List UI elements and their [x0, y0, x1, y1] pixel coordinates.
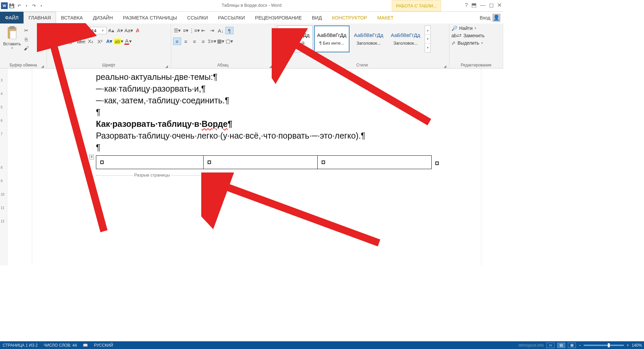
- doc-line: ¶: [96, 142, 438, 153]
- font-size-combo[interactable]: ▾: [90, 27, 107, 34]
- clipboard-dialog-launcher[interactable]: ◢: [41, 64, 44, 68]
- tab-review[interactable]: РЕЦЕНЗИРОВАНИЕ: [250, 12, 307, 23]
- tab-insert[interactable]: ВСТАВКА: [56, 12, 88, 23]
- avatar-icon[interactable]: 👤: [492, 14, 500, 22]
- document-title: Таблицы в Ворде.docx - Word: [222, 3, 281, 8]
- doc-line: ─·как,·затем,·таблицу·соединить.¶: [96, 95, 438, 106]
- svg-rect-2: [10, 31, 16, 39]
- paste-label: Вставить: [2, 42, 22, 46]
- restore-icon[interactable]: ◻: [489, 2, 494, 9]
- select-button[interactable]: ⬀Выделить▾: [451, 40, 485, 46]
- page-break-indicator: Разрыв страницы ¶: [96, 170, 438, 180]
- styles-dialog-launcher[interactable]: ◢: [444, 64, 446, 68]
- paragraph-dialog-launcher[interactable]: ◢: [269, 64, 272, 68]
- table-cell[interactable]: ¤: [96, 156, 204, 169]
- tab-mailings[interactable]: РАССЫЛКИ: [213, 12, 250, 23]
- font-dialog-launcher[interactable]: ◢: [165, 64, 168, 68]
- align-right-icon[interactable]: ≡: [191, 38, 199, 45]
- document-table[interactable]: ¤ ¤ ¤: [96, 155, 432, 169]
- save-icon[interactable]: 💾: [8, 2, 15, 9]
- row-end-mark: ¤: [435, 157, 439, 169]
- document-body[interactable]: реально·актуальны·две·темы:¶ ─·как·табли…: [96, 71, 438, 180]
- table-row[interactable]: ¤ ¤ ¤: [96, 156, 432, 169]
- align-center-icon[interactable]: ≡: [182, 38, 190, 45]
- decrease-indent-icon[interactable]: ⇤: [199, 27, 207, 34]
- tab-home[interactable]: ГЛАВНАЯ: [23, 12, 56, 23]
- doc-line: ─·как·таблицу·разорвать·и,¶: [96, 83, 438, 95]
- font-group-label: Шрифт: [102, 63, 115, 67]
- sort-icon[interactable]: A↓: [217, 27, 225, 34]
- shading-icon[interactable]: ▦▾: [217, 38, 225, 45]
- style-heading1[interactable]: АаБбВвГгДд Заголовок...: [351, 26, 386, 52]
- subscript-icon[interactable]: X₂: [87, 38, 95, 45]
- qat-customize-icon[interactable]: ▾: [38, 2, 45, 9]
- table-cell[interactable]: ¤: [318, 156, 432, 169]
- italic-icon[interactable]: К: [58, 38, 66, 45]
- paste-button[interactable]: Вставить ▾: [2, 25, 22, 63]
- doc-heading: Как·разорвать·таблицу·в·Ворде¶: [96, 118, 438, 130]
- cursor-icon: ⬀: [451, 40, 455, 46]
- clipboard-group-label: Буфер обмена: [10, 63, 37, 67]
- strikethrough-icon[interactable]: abe: [77, 38, 85, 45]
- tab-file[interactable]: ФАЙЛ: [0, 12, 23, 23]
- increase-font-icon[interactable]: A▴: [107, 27, 115, 34]
- justify-icon[interactable]: ≡: [199, 38, 207, 45]
- format-painter-icon[interactable]: 🖌: [22, 44, 30, 52]
- increase-indent-icon[interactable]: ⇥: [208, 27, 216, 34]
- tab-references[interactable]: ССЫЛКИ: [182, 12, 213, 23]
- line-spacing-icon[interactable]: ‡≡▾: [208, 38, 216, 45]
- table-cell[interactable]: ¤: [204, 156, 318, 169]
- borders-icon[interactable]: ▢▾: [225, 38, 233, 45]
- doc-line: Разорвать·таблицу·очень·легко·(у·нас·всё…: [96, 130, 438, 142]
- styles-group-label: Стили: [356, 63, 368, 67]
- tab-page-layout[interactable]: РАЗМЕТКА СТРАНИЦЫ: [118, 12, 182, 23]
- numbering-icon[interactable]: ≡▾: [182, 27, 190, 34]
- font-color-icon[interactable]: A▾: [124, 38, 132, 45]
- replace-icon: ab⮂: [451, 33, 462, 38]
- editing-group-label: Редактирование: [461, 63, 491, 67]
- superscript-icon[interactable]: X²: [96, 38, 104, 45]
- paragraph-group-label: Абзац: [217, 63, 229, 67]
- tab-view[interactable]: ВИД: [307, 12, 327, 23]
- copy-icon[interactable]: ⎘: [22, 36, 30, 43]
- style-heading2[interactable]: АаБбВвГгДд Заголовок...: [388, 26, 423, 52]
- table-tools-context: РАБОТА С ТАБЛИ...: [392, 0, 441, 11]
- clear-formatting-icon[interactable]: A̷: [133, 27, 142, 34]
- style-no-spacing[interactable]: АаБбВвГгДд ¶ Без инте...: [314, 26, 350, 52]
- undo-dropdown-icon[interactable]: ▾: [23, 2, 30, 9]
- find-button[interactable]: 🔎Найти▾: [451, 26, 485, 31]
- tab-table-layout[interactable]: МАКЕТ: [372, 12, 399, 23]
- multilevel-list-icon[interactable]: ⋮≡▾: [191, 27, 199, 34]
- vertical-ruler[interactable]: 3 4 5 6 7 8 9 10 11 12: [0, 68, 7, 265]
- change-case-icon[interactable]: Aa▾: [125, 27, 133, 34]
- underline-icon[interactable]: Ч▾: [68, 38, 76, 45]
- styles-gallery-scroll[interactable]: ▴▾▾: [425, 26, 431, 52]
- doc-line: реально·актуальны·две·темы:¶: [96, 71, 438, 83]
- font-name-combo[interactable]: ▾: [49, 27, 89, 34]
- minimize-icon[interactable]: —: [480, 2, 486, 9]
- replace-button[interactable]: ab⮂Заменить: [451, 33, 485, 38]
- page[interactable]: реально·актуальны·две·темы:¶ ─·как·табли…: [32, 68, 481, 265]
- help-icon[interactable]: ?: [465, 2, 468, 9]
- word-app-icon: W: [1, 2, 8, 9]
- doc-line: ¶: [96, 106, 438, 118]
- cut-icon[interactable]: ✂: [22, 27, 30, 34]
- undo-icon[interactable]: ↶: [16, 2, 22, 9]
- redo-icon[interactable]: ↷: [31, 2, 37, 9]
- sign-in-link[interactable]: Вход: [480, 15, 490, 20]
- bullets-icon[interactable]: ☰▾: [173, 27, 181, 34]
- svg-rect-1: [9, 26, 15, 29]
- binoculars-icon: 🔎: [451, 26, 457, 31]
- close-icon[interactable]: ✕: [497, 2, 502, 9]
- style-normal[interactable]: АаБбВвГгДд Обычный: [277, 26, 313, 52]
- show-marks-icon[interactable]: ¶: [225, 27, 233, 34]
- align-left-icon[interactable]: ≡: [173, 38, 181, 45]
- tab-design[interactable]: ДИЗАЙН: [88, 12, 118, 23]
- text-effects-icon[interactable]: A▾: [105, 38, 113, 45]
- ribbon-options-icon[interactable]: ⬒: [471, 2, 477, 9]
- table-move-handle[interactable]: ✥: [89, 155, 94, 159]
- tab-table-design[interactable]: КОНСТРУКТОР: [327, 12, 372, 23]
- decrease-font-icon[interactable]: A▾: [116, 27, 124, 34]
- highlight-icon[interactable]: ab▾: [115, 38, 123, 45]
- bold-icon[interactable]: Ж: [49, 38, 57, 45]
